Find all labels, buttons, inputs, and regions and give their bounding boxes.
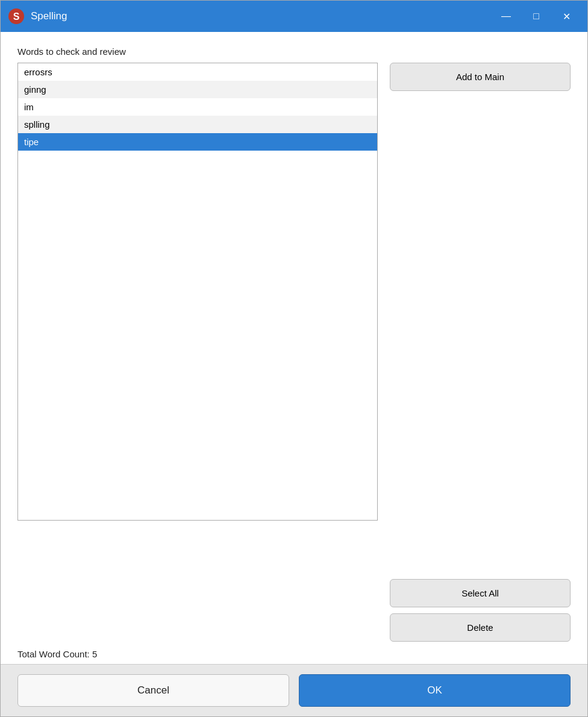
window-title: Spelling [31,10,492,22]
section-label: Words to check and review [17,46,571,57]
close-button[interactable]: ✕ [552,7,580,26]
content-area: Words to check and review errosrsginngim… [1,32,587,664]
word-count: Total Word Count: 5 [17,649,571,664]
maximize-button[interactable]: □ [522,7,550,26]
app-icon: S [8,8,25,25]
select-all-button[interactable]: Select All [390,579,571,607]
ok-button[interactable]: OK [299,674,571,707]
footer: Cancel OK [1,664,587,716]
list-item[interactable]: tipe [18,133,377,151]
cancel-button[interactable]: Cancel [17,674,289,707]
list-item[interactable]: splling [18,116,377,133]
window-controls: — □ ✕ [492,7,580,26]
minimize-button[interactable]: — [492,7,520,26]
delete-button[interactable]: Delete [390,613,571,642]
word-list[interactable]: errosrsginngimspllingtipe [17,63,378,521]
add-to-main-button[interactable]: Add to Main [390,63,571,91]
title-bar: S Spelling — □ ✕ [1,1,587,32]
spelling-dialog: S Spelling — □ ✕ Words to check and revi… [0,0,588,717]
main-row: errosrsginngimspllingtipe Add to Main Se… [17,63,571,642]
side-buttons: Add to Main Select All Delete [390,63,571,642]
svg-text:S: S [13,11,20,22]
list-item[interactable]: im [18,98,377,116]
list-item[interactable]: ginng [18,81,377,98]
list-item[interactable]: errosrs [18,63,377,81]
